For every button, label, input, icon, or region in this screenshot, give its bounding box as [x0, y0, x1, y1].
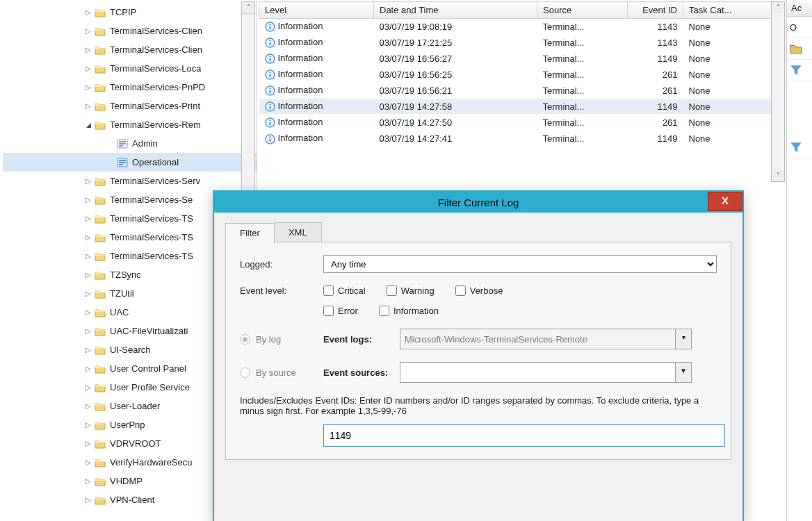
scroll-down-icon[interactable]: ˅	[772, 170, 784, 181]
event-cell: Terminal...	[537, 67, 628, 83]
scroll-up-icon[interactable]: ˄	[242, 2, 254, 14]
tree-node[interactable]: Admin	[3, 134, 257, 153]
event-cell: 261	[628, 83, 683, 99]
tree-node[interactable]: TCPIP	[3, 3, 257, 22]
event-row[interactable]: Information03/07/19 16:56:21Terminal...2…	[259, 83, 772, 99]
tree-node-label: TerminalServices-Se	[110, 195, 193, 205]
tree-node-label: User Profile Service	[110, 382, 190, 392]
col-source[interactable]: Source	[537, 2, 628, 19]
tab-filter[interactable]: Filter	[225, 223, 275, 242]
tree-node[interactable]: TerminalServices-Clien	[3, 40, 257, 59]
disclosure-triangle-icon[interactable]	[83, 346, 93, 354]
by-log-label: By log	[256, 334, 281, 345]
col-level[interactable]: Level	[259, 2, 374, 19]
tree-node-label: TZSync	[110, 270, 141, 280]
disclosure-triangle-icon[interactable]	[83, 383, 93, 391]
event-cell: Terminal...	[537, 19, 628, 35]
disclosure-triangle-icon[interactable]	[83, 121, 93, 129]
folder-icon	[95, 233, 106, 242]
event-sources-combo[interactable]: ▼	[400, 362, 692, 383]
event-cell: None	[683, 67, 772, 83]
disclosure-triangle-icon[interactable]	[83, 27, 93, 35]
tree-node[interactable]: TerminalServices-PnPD	[3, 78, 257, 97]
tree-node-label: TCPIP	[110, 7, 136, 17]
disclosure-triangle-icon[interactable]	[83, 327, 93, 335]
tree-node[interactable]: TerminalServices-Loca	[3, 59, 257, 78]
col-task[interactable]: Task Cat...	[683, 2, 772, 19]
event-row[interactable]: Information03/07/19 14:27:58Terminal...1…	[259, 99, 772, 115]
event-row[interactable]: Information03/07/19 16:56:25Terminal...2…	[259, 67, 772, 83]
disclosure-triangle-icon[interactable]	[83, 271, 93, 279]
disclosure-triangle-icon[interactable]	[83, 65, 93, 72]
event-row[interactable]: Information03/07/19 14:27:50Terminal...2…	[259, 115, 772, 131]
tree-node-label: User Control Panel	[110, 363, 186, 374]
scroll-up-icon[interactable]: ˄	[772, 2, 784, 13]
disclosure-triangle-icon[interactable]	[83, 308, 93, 316]
tree-node[interactable]: TerminalServices-Clien	[3, 22, 257, 40]
tree-node-label: TerminalServices-Clien	[110, 44, 202, 55]
actions-row[interactable]	[787, 38, 812, 60]
chk-warning[interactable]: Warning	[387, 286, 435, 296]
event-id-input[interactable]	[323, 424, 725, 447]
svg-rect-7	[119, 164, 123, 165]
tree-node[interactable]: TerminalServices-Rem	[3, 115, 257, 134]
svg-point-19	[269, 72, 270, 73]
chk-information[interactable]: Information	[379, 306, 439, 316]
svg-point-10	[269, 24, 270, 25]
disclosure-triangle-icon[interactable]	[83, 102, 93, 110]
svg-point-16	[269, 56, 270, 57]
events-scrollbar[interactable]: ˄ ˅	[771, 1, 785, 182]
event-id-hint: Includes/Excludes Event IDs: Enter ID nu…	[240, 395, 717, 416]
disclosure-triangle-icon[interactable]	[83, 196, 93, 204]
col-date[interactable]: Date and Time	[374, 2, 537, 19]
svg-rect-15	[269, 58, 270, 62]
event-cell: Information	[259, 67, 374, 83]
disclosure-triangle-icon[interactable]	[83, 477, 93, 485]
event-cell: 03/07/19 16:56:21	[374, 83, 537, 99]
col-eventid[interactable]: Event ID	[628, 2, 683, 19]
tree-node-label: VHDMP	[110, 476, 143, 486]
event-row[interactable]: Information03/07/19 17:21:25Terminal...1…	[259, 35, 772, 51]
actions-row[interactable]	[787, 137, 812, 158]
dialog-titlebar[interactable]: Filter Current Log X	[214, 192, 742, 213]
tree-node-label: TerminalServices-Loca	[110, 63, 202, 74]
actions-row[interactable]: O	[787, 17, 812, 38]
disclosure-triangle-icon[interactable]	[83, 252, 93, 260]
disclosure-triangle-icon[interactable]	[83, 215, 93, 222]
tree-node[interactable]: Operational	[3, 153, 257, 172]
chk-verbose[interactable]: Verbose	[455, 286, 503, 296]
dialog-title: Filter Current Log	[438, 197, 519, 208]
disclosure-triangle-icon[interactable]	[83, 8, 93, 16]
chk-error[interactable]: Error	[323, 306, 358, 316]
chevron-down-icon[interactable]: ▼	[676, 362, 692, 383]
disclosure-triangle-icon[interactable]	[83, 46, 93, 53]
event-cell: 1149	[628, 99, 683, 115]
info-icon	[265, 85, 275, 96]
disclosure-triangle-icon[interactable]	[83, 496, 93, 504]
disclosure-triangle-icon[interactable]	[83, 421, 93, 429]
disclosure-triangle-icon[interactable]	[83, 233, 93, 241]
disclosure-triangle-icon[interactable]	[83, 177, 93, 185]
close-button[interactable]: X	[708, 192, 742, 211]
event-level-label: Event level:	[240, 286, 323, 296]
event-row[interactable]: Information03/07/19 19:08:19Terminal...1…	[259, 19, 772, 35]
tree-node-label: Admin	[132, 138, 158, 149]
event-row[interactable]: Information03/07/19 14:27:41Terminal...1…	[259, 131, 772, 147]
tab-xml[interactable]: XML	[274, 222, 322, 242]
disclosure-triangle-icon[interactable]	[83, 458, 93, 466]
disclosure-triangle-icon[interactable]	[83, 402, 93, 410]
disclosure-triangle-icon[interactable]	[83, 83, 93, 91]
tree-node[interactable]: TerminalServices-Print	[3, 97, 257, 115]
actions-row[interactable]	[787, 60, 812, 81]
event-sources-input[interactable]	[400, 362, 676, 383]
folder-icon	[95, 402, 106, 411]
disclosure-triangle-icon[interactable]	[83, 440, 93, 447]
funnel-icon	[790, 141, 802, 154]
folder-icon	[95, 420, 106, 430]
event-row[interactable]: Information03/07/19 16:56:27Terminal...1…	[259, 51, 772, 67]
logged-select[interactable]: Any time	[323, 255, 717, 273]
chk-critical[interactable]: Critical	[323, 286, 366, 296]
tree-node[interactable]: TerminalServices-Serv	[3, 172, 257, 190]
disclosure-triangle-icon[interactable]	[83, 290, 93, 297]
disclosure-triangle-icon[interactable]	[83, 365, 93, 372]
